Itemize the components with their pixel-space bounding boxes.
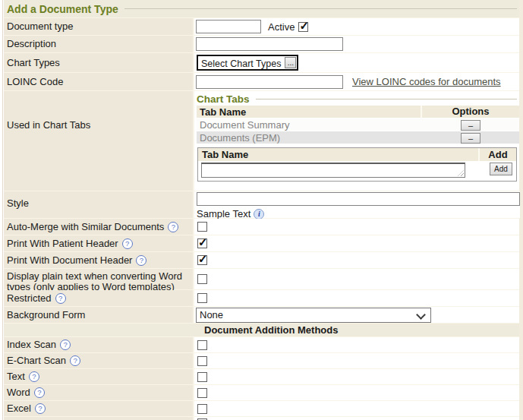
display-plain-text-row: Display plain text when converting Word … xyxy=(4,269,519,289)
left-border-line xyxy=(2,0,3,420)
help-icon[interactable]: ? xyxy=(35,403,46,414)
print-document-header-label: Print With Document Header xyxy=(7,255,132,266)
style-input[interactable] xyxy=(197,192,520,206)
add-column-header: Add xyxy=(478,148,516,161)
loinc-code-input[interactable] xyxy=(196,75,343,89)
used-in-chart-tabs-row: Used in Chart Tabs Chart Tabs Tab Name O… xyxy=(4,91,519,191)
add-tab-name-column-header: Tab Name xyxy=(198,149,478,160)
add-tab-table-header: Tab Name Add xyxy=(198,148,516,161)
page-title-row: Add a Document Type xyxy=(4,0,519,17)
form-area: Add a Document Type Document type Active… xyxy=(4,0,519,420)
echart-scan-row: E-Chart Scan ? ✓ xyxy=(4,353,519,368)
tab-name-textarea[interactable] xyxy=(201,163,465,178)
table-row: Documents (EPM) – xyxy=(197,131,519,144)
resize-grip-icon[interactable] xyxy=(458,170,464,176)
description-input[interactable] xyxy=(196,37,343,51)
restricted-label: Restricted xyxy=(7,293,52,304)
echart-scan-label: E-Chart Scan xyxy=(7,355,66,366)
restricted-checkbox[interactable]: ✓ xyxy=(197,293,207,303)
echart-scan-checkbox[interactable]: ✓ xyxy=(197,356,207,366)
document-type-row: Document type Active ✓ xyxy=(4,18,519,35)
info-icon[interactable]: i xyxy=(254,209,264,219)
used-in-chart-tabs-label: Used in Chart Tabs xyxy=(4,91,193,191)
word-method-label: Word xyxy=(7,387,30,398)
help-icon[interactable]: ? xyxy=(70,355,80,366)
active-label: Active xyxy=(268,21,295,33)
document-type-input[interactable] xyxy=(196,20,261,33)
background-form-row: Background Form None xyxy=(4,307,519,323)
print-patient-header-label: Print With Patient Header xyxy=(7,238,118,249)
chart-types-row: Chart Types Select Chart Types ... xyxy=(4,53,519,72)
select-chart-types-text: Select Chart Types xyxy=(198,56,284,69)
text-method-checkbox[interactable]: ✓ xyxy=(197,372,207,382)
document-addition-methods-header: Document Addition Methods xyxy=(4,324,519,336)
text-method-row: Text ? ✓ xyxy=(4,369,519,384)
description-row: Description xyxy=(4,36,519,52)
page-title: Add a Document Type xyxy=(7,3,118,15)
excel-method-label: Excel xyxy=(7,403,31,414)
chart-types-label: Chart Types xyxy=(4,53,193,72)
title-rule xyxy=(124,8,517,9)
background-form-label: Background Form xyxy=(4,307,193,323)
remove-tab-button[interactable]: – xyxy=(461,133,480,144)
ellipsis-button[interactable]: ... xyxy=(285,57,296,68)
help-icon[interactable]: ? xyxy=(168,222,178,232)
display-plain-text-checkbox[interactable]: ✓ xyxy=(197,274,207,284)
auto-merge-label: Auto-Merge with Similar Documents xyxy=(7,222,164,232)
chart-tabs-rule xyxy=(256,99,517,99)
help-icon[interactable]: ? xyxy=(60,339,71,350)
print-patient-header-row: Print With Patient Header ? ✓ xyxy=(4,235,519,251)
background-form-select[interactable]: None xyxy=(196,308,431,323)
word-method-checkbox[interactable]: ✓ xyxy=(197,388,207,398)
check-icon: ✓ xyxy=(198,252,208,266)
description-label: Description xyxy=(4,36,193,52)
tab-name-column-header: Tab Name xyxy=(197,106,421,118)
loinc-code-row: LOINC Code View LOINC codes for document… xyxy=(4,73,519,90)
excel-method-checkbox[interactable]: ✓ xyxy=(197,404,207,414)
loinc-code-label: LOINC Code xyxy=(4,73,193,90)
index-scan-row: Index Scan ? ✓ xyxy=(4,337,519,352)
add-tab-button[interactable]: Add xyxy=(490,163,512,175)
index-scan-checkbox[interactable]: ✓ xyxy=(197,340,207,350)
help-icon[interactable]: ? xyxy=(122,238,133,249)
document-type-label: Document type xyxy=(4,18,193,35)
table-row: Document Summary – xyxy=(197,118,519,131)
print-document-header-checkbox[interactable]: ✓ xyxy=(197,255,207,265)
display-plain-text-label: Display plain text when converting Word … xyxy=(7,271,188,292)
restricted-row: Restricted ? ✓ xyxy=(4,290,519,306)
chart-tabs-section-header: Chart Tabs xyxy=(197,91,519,105)
help-icon[interactable]: ? xyxy=(55,293,66,304)
select-chart-types-button[interactable]: Select Chart Types ... xyxy=(197,55,298,71)
help-icon[interactable]: ? xyxy=(136,255,147,266)
chart-tabs-table-header: Tab Name Options xyxy=(197,106,519,118)
add-document-type-page: Add a Document Type Document type Active… xyxy=(0,0,523,420)
add-tab-table: Tab Name Add Add xyxy=(197,147,517,182)
print-document-header-row: Print With Document Header ? ✓ xyxy=(4,252,519,268)
active-checkbox[interactable]: ✓ xyxy=(298,22,308,32)
chart-tabs-title: Chart Tabs xyxy=(197,93,250,105)
options-column-header: Options xyxy=(421,106,519,118)
check-icon: ✓ xyxy=(299,19,309,33)
pdf-method-row: PDF ? ✓ xyxy=(4,417,519,420)
print-patient-header-checkbox[interactable]: ✓ xyxy=(197,238,207,248)
style-row: Style Sample Text i xyxy=(4,191,519,218)
help-icon[interactable]: ? xyxy=(29,371,39,382)
background-form-selected-value: None xyxy=(200,309,223,321)
sample-text-label: Sample Text xyxy=(197,208,250,219)
chevron-down-icon xyxy=(416,310,426,320)
index-scan-label: Index Scan xyxy=(7,339,56,350)
text-method-label: Text xyxy=(7,371,25,382)
remove-tab-button[interactable]: – xyxy=(461,120,480,131)
style-label: Style xyxy=(4,191,193,218)
auto-merge-row: Auto-Merge with Similar Documents ? ✓ xyxy=(4,219,519,235)
chart-tab-name: Document Summary xyxy=(197,119,422,131)
auto-merge-checkbox[interactable]: ✓ xyxy=(197,222,207,232)
chart-tab-name: Documents (EPM) xyxy=(197,132,422,144)
check-icon: ✓ xyxy=(198,235,208,249)
excel-method-row: Excel ? ✓ xyxy=(4,401,519,416)
help-icon[interactable]: ? xyxy=(34,387,45,398)
view-loinc-codes-link[interactable]: View LOINC codes for documents xyxy=(352,76,501,87)
word-method-row: Word ? ✓ xyxy=(4,385,519,400)
